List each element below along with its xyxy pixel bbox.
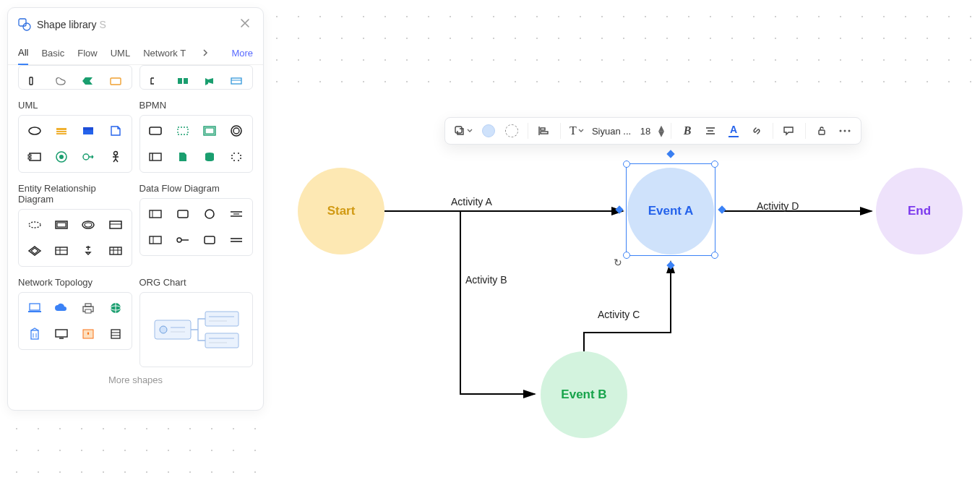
shape-dfd-external[interactable] [143, 202, 168, 226]
svg-rect-49 [56, 247, 67, 254]
svg-point-10 [840, 130, 842, 132]
tab-all[interactable]: All [18, 41, 28, 65]
shape-bpmn-transaction[interactable] [197, 119, 222, 143]
shape-bpmn-group[interactable] [224, 145, 249, 169]
svg-rect-67 [205, 236, 215, 244]
shape-erd-entity-strong[interactable] [48, 213, 74, 237]
tab-basic[interactable]: Basic [41, 42, 64, 64]
section-title-network: Network Topology [18, 277, 132, 288]
shape-erd-attribute-multi[interactable] [76, 213, 101, 237]
svg-rect-4 [541, 128, 545, 130]
shape-dfd-datastore-open[interactable] [224, 202, 249, 226]
svg-rect-2 [455, 127, 462, 133]
text-align-button[interactable] [700, 121, 721, 141]
font-size-decrease[interactable]: ▾ [658, 131, 665, 137]
shape-erd-entity[interactable] [103, 213, 128, 237]
node-end[interactable]: End [876, 168, 963, 254]
svg-point-31 [83, 154, 89, 160]
shape-style-button[interactable] [451, 121, 476, 141]
fill-color-button[interactable] [478, 121, 499, 141]
link-button[interactable] [747, 121, 767, 141]
svg-rect-80 [56, 330, 67, 337]
tab-network-topology[interactable]: Network T [143, 42, 186, 64]
shape-net-cloud[interactable] [48, 296, 74, 320]
edge-label-activity-b[interactable]: Activity B [465, 274, 507, 286]
panel-title: Shape libraryS [37, 19, 106, 30]
lock-button[interactable] [812, 121, 832, 141]
shape-bpmn-subprocess[interactable] [170, 119, 195, 143]
svg-rect-18 [231, 78, 241, 84]
svg-point-65 [177, 238, 181, 242]
resize-handle-sw[interactable] [623, 252, 630, 259]
text-align-icon [705, 126, 716, 136]
chevron-right-icon [202, 49, 209, 56]
shape-uml-actor[interactable] [103, 145, 128, 169]
svg-rect-91 [205, 333, 238, 348]
shape-dfd-datastore[interactable] [143, 228, 168, 252]
border-style-button[interactable] [502, 121, 522, 141]
edge-label-activity-c[interactable]: Activity C [598, 309, 640, 320]
shape-erd-table[interactable] [48, 239, 74, 263]
shape-net-laptop[interactable] [22, 296, 47, 320]
shape-erd-relationship[interactable] [22, 239, 47, 263]
edge-label-activity-a[interactable]: Activity A [451, 196, 492, 207]
shape-erd-key[interactable] [76, 239, 101, 263]
panel-body: UML BPMN [8, 65, 263, 410]
node-start[interactable]: Start [298, 168, 384, 254]
shape-uml-port[interactable] [76, 145, 101, 169]
shape-dfd-store-parallel[interactable] [224, 228, 249, 252]
tabs-more-button[interactable]: More [231, 42, 253, 64]
comment-button[interactable] [779, 121, 799, 141]
tab-flow[interactable]: Flow [77, 42, 97, 64]
shape-org-chart-preview[interactable] [139, 292, 254, 367]
svg-rect-5 [541, 132, 548, 134]
selection-box[interactable]: ↻ [626, 163, 715, 256]
shape-net-firewall[interactable] [76, 322, 101, 346]
font-family-button[interactable]: Siyuan ... [590, 121, 633, 141]
shape-dfd-entity[interactable] [197, 228, 222, 252]
shape-uml-interface[interactable] [48, 145, 74, 169]
node-event-b[interactable]: Event B [541, 351, 627, 438]
panel-close-button[interactable] [237, 15, 253, 34]
shape-dfd-flow[interactable] [170, 228, 195, 252]
more-shapes-button[interactable]: More shapes [18, 367, 253, 385]
svg-point-12 [848, 130, 851, 132]
resize-handle-se[interactable] [711, 252, 718, 259]
shape-bpmn-pool[interactable] [143, 145, 168, 169]
shape-bpmn-data-store[interactable] [197, 145, 222, 169]
bold-button[interactable]: B [677, 121, 697, 141]
shape-dfd-process-rect[interactable] [170, 202, 195, 226]
svg-rect-23 [56, 133, 66, 134]
shape-uml-component[interactable] [22, 145, 47, 169]
shape-erd-grid[interactable] [103, 239, 128, 263]
resize-handle-nw[interactable] [623, 160, 630, 168]
shape-net-globe[interactable] [103, 296, 128, 320]
text-color-button[interactable]: A [723, 121, 744, 141]
shape-uml-note[interactable] [103, 119, 128, 143]
svg-rect-36 [205, 128, 214, 134]
shape-bpmn-data-object[interactable] [170, 145, 195, 169]
tab-uml[interactable]: UML [111, 42, 130, 64]
shape-net-monitor[interactable] [48, 322, 74, 346]
tabs-scroll-right[interactable] [199, 45, 212, 61]
shape-uml-object[interactable] [76, 119, 101, 143]
resize-handle-ne[interactable] [711, 160, 718, 168]
shape-net-printer[interactable] [76, 296, 101, 320]
shape-bpmn-task[interactable] [143, 119, 168, 143]
close-icon [240, 18, 250, 28]
edge-label-activity-d[interactable]: Activity D [757, 200, 799, 212]
shape-net-building[interactable] [22, 322, 47, 346]
more-options-button[interactable] [835, 121, 855, 141]
shape-erd-entity-weak[interactable] [22, 213, 47, 237]
shape-dfd-process-circle[interactable] [197, 202, 222, 226]
text-tool-button[interactable]: T [567, 121, 587, 141]
canvas-sheet[interactable] [271, 87, 980, 488]
shape-bpmn-event[interactable] [224, 119, 249, 143]
rotate-handle[interactable]: ↻ [614, 257, 622, 268]
shape-uml-usecase[interactable] [22, 119, 47, 143]
shape-net-server[interactable] [103, 322, 128, 346]
shape-uml-class[interactable] [48, 119, 74, 143]
font-size-input[interactable] [636, 126, 655, 137]
align-objects-button[interactable] [534, 121, 554, 141]
chevron-down-icon [578, 128, 584, 134]
